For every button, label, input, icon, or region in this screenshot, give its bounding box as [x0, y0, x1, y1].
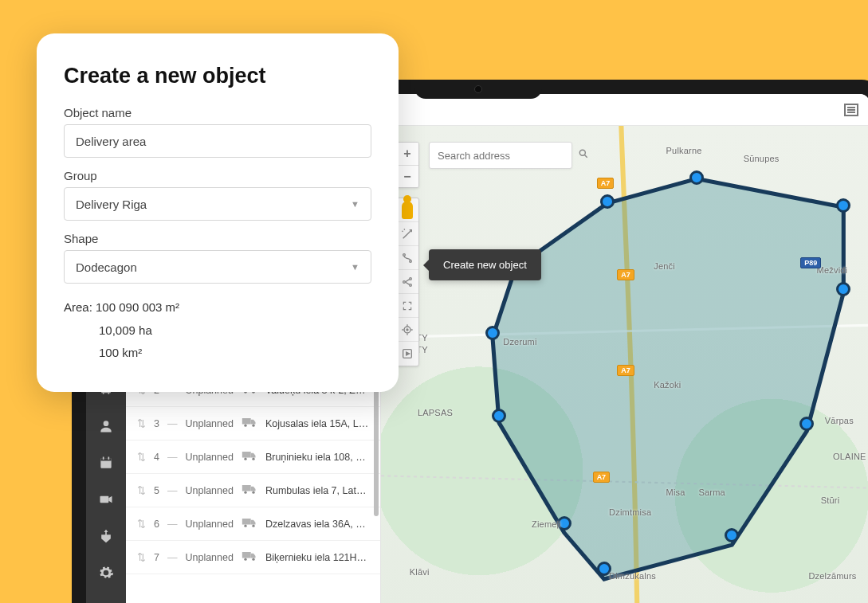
- truck-icon: [242, 417, 257, 430]
- chevron-down-icon: ▼: [351, 199, 359, 209]
- map-place-label: Sūnupes: [744, 154, 780, 163]
- polygon-vertex[interactable]: [836, 198, 850, 213]
- svg-rect-5: [100, 496, 109, 503]
- svg-rect-4: [108, 457, 110, 460]
- search-input[interactable]: [438, 150, 571, 162]
- task-row[interactable]: ⇅7—UnplannedBiķernieku iela 121H, Vidzem…: [126, 541, 380, 574]
- object-name-input[interactable]: Delivery area: [64, 124, 371, 158]
- svg-rect-18: [242, 519, 251, 525]
- row-status: Unplanned: [185, 519, 233, 530]
- svg-rect-9: [242, 418, 251, 425]
- area-readout: Area: 100 090 003 m² 10,009 ha 100 km²: [64, 296, 371, 365]
- task-row[interactable]: ⇅3—UnplannedKojusalas iela 15A, Latgales…: [126, 407, 380, 441]
- polygon-vertex[interactable]: [836, 282, 850, 296]
- locate-icon[interactable]: [396, 318, 418, 342]
- road-badge: A7: [597, 178, 615, 189]
- truck-icon: [242, 450, 257, 464]
- svg-point-25: [579, 150, 585, 155]
- row-address: Bruņinieku iela 108, Latgales ...: [265, 452, 369, 463]
- shape-label: Shape: [64, 232, 371, 245]
- row-number: 4: [154, 452, 159, 463]
- polygon-vertex[interactable]: [485, 326, 500, 340]
- row-status: Unplanned: [185, 485, 233, 496]
- svg-line-26: [584, 155, 587, 157]
- search-icon[interactable]: [578, 148, 589, 162]
- road-badge: A7: [593, 472, 611, 483]
- road-badge: A7: [617, 365, 634, 376]
- svg-point-13: [244, 458, 246, 460]
- svg-rect-15: [242, 485, 251, 491]
- fullscreen-icon[interactable]: [396, 294, 418, 318]
- row-number: 5: [154, 485, 159, 496]
- svg-rect-3: [103, 457, 104, 460]
- map-panel[interactable]: PulkarneSūnupesJenčiMežvidiDzerumiKažoki…: [381, 126, 868, 603]
- map-place-label: Dzimtmisa: [609, 507, 651, 517]
- row-number: 7: [154, 552, 159, 563]
- svg-point-22: [244, 558, 246, 561]
- drag-icon[interactable]: ⇅: [137, 451, 146, 463]
- person-icon[interactable]: [97, 417, 115, 435]
- svg-point-17: [252, 491, 254, 494]
- row-status: Unplanned: [185, 552, 233, 563]
- svg-point-20: [252, 525, 254, 527]
- svg-point-29: [403, 280, 406, 283]
- map-place-label: Sarma: [698, 487, 725, 497]
- map-place-label: LAPSAS: [418, 408, 453, 417]
- map-place-label: Vārpas: [825, 416, 854, 425]
- zoom-in-button[interactable]: +: [396, 143, 418, 165]
- shape-icon[interactable]: [396, 270, 418, 294]
- truck-icon: [242, 517, 257, 531]
- truck-icon: [242, 484, 257, 497]
- camera-icon[interactable]: [97, 491, 115, 508]
- svg-point-33: [407, 329, 408, 331]
- play-icon[interactable]: [396, 342, 418, 366]
- map-place-label: Stūri: [821, 495, 840, 505]
- drag-icon[interactable]: ⇅: [137, 551, 146, 563]
- scrollbar-thumb[interactable]: [374, 373, 379, 516]
- gear-icon[interactable]: [97, 564, 115, 581]
- object-name-label: Object name: [64, 106, 371, 119]
- map-tools: [395, 198, 419, 366]
- drag-icon[interactable]: ⇅: [137, 518, 146, 530]
- svg-point-11: [252, 425, 254, 427]
- map-place-label: Jenči: [654, 261, 675, 271]
- row-address: Dzelzavas iela 36A, Vidzemes ...: [265, 519, 369, 530]
- road-badge: P89: [800, 257, 821, 268]
- hand-icon[interactable]: [97, 527, 115, 545]
- map-place-label: OLAINE: [833, 452, 866, 461]
- svg-point-16: [244, 491, 246, 494]
- menu-icon[interactable]: [844, 104, 858, 116]
- task-row[interactable]: ⇅4—UnplannedBruņinieku iela 108, Latgale…: [126, 441, 380, 474]
- map-place-label: Dzerumi: [503, 337, 536, 347]
- polygon-vertex[interactable]: [600, 194, 615, 209]
- svg-point-30: [410, 277, 412, 280]
- create-object-popup: Create a new object Object name Delivery…: [37, 33, 399, 392]
- svg-point-14: [252, 458, 254, 460]
- row-address: Rumbulas iela 7, Latgales prie...: [265, 485, 369, 496]
- svg-rect-21: [242, 552, 251, 558]
- row-number: 3: [154, 418, 159, 429]
- map-place-label: Ziemeļi: [532, 519, 561, 529]
- group-select[interactable]: Delivery Riga ▼: [64, 187, 371, 221]
- group-label: Group: [64, 169, 371, 182]
- wand-icon[interactable]: [396, 222, 418, 246]
- row-number: 6: [154, 519, 159, 530]
- drag-icon[interactable]: ⇅: [137, 484, 146, 496]
- svg-point-27: [403, 253, 406, 256]
- route-icon[interactable]: [396, 246, 418, 270]
- zoom-out-button[interactable]: −: [396, 165, 418, 187]
- map-place-label: Misa: [666, 487, 685, 497]
- calendar-icon[interactable]: [97, 454, 115, 472]
- pegman-icon[interactable]: [396, 198, 418, 222]
- shape-select[interactable]: Dodecagon ▼: [64, 250, 371, 284]
- row-status: Unplanned: [185, 452, 233, 463]
- chevron-down-icon: ▼: [351, 262, 359, 272]
- task-row[interactable]: ⇅6—UnplannedDzelzavas iela 36A, Vidzemes…: [126, 507, 380, 541]
- drag-icon[interactable]: ⇅: [137, 417, 146, 429]
- create-object-tooltip: Create new object: [429, 249, 541, 280]
- map-place-label: Pulkarne: [666, 146, 702, 155]
- task-row[interactable]: ⇅5—UnplannedRumbulas iela 7, Latgales pr…: [126, 474, 380, 507]
- svg-point-31: [410, 284, 412, 286]
- truck-icon: [242, 550, 257, 564]
- map-search-box[interactable]: [429, 142, 572, 169]
